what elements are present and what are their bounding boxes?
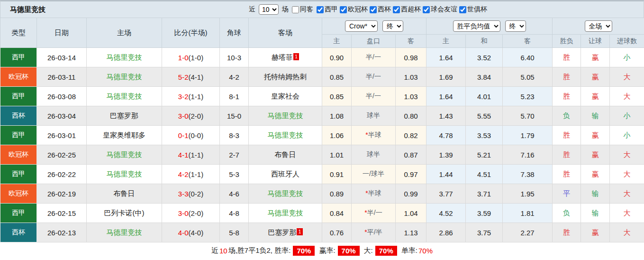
league-checkbox[interactable] bbox=[317, 6, 324, 13]
crow-handicap-cell: 球半 bbox=[352, 106, 396, 126]
result-outcome-cell: 胜 bbox=[553, 126, 581, 145]
fulltime-score: 0-1 bbox=[178, 131, 189, 139]
league-filter[interactable]: 西超杯 bbox=[393, 5, 421, 14]
score-cell: 4-1(1-1) bbox=[162, 145, 220, 165]
away-team-cell: 托特纳姆热刺 bbox=[249, 67, 322, 87]
league-filter[interactable]: 球会友谊 bbox=[423, 5, 457, 14]
avg-draw-odds-cell: 3.71 bbox=[466, 184, 503, 204]
away-team-cell: 马德里竞技 bbox=[249, 184, 322, 204]
col-away: 客场 bbox=[249, 18, 322, 48]
big-rate-badge: 70% bbox=[375, 246, 397, 256]
away-team-cell: 马德里竞技 bbox=[249, 126, 322, 145]
avg-draw-odds-cell: 3.53 bbox=[466, 126, 503, 145]
matches-label: 场 bbox=[282, 5, 289, 14]
league-checkbox[interactable] bbox=[370, 6, 377, 13]
header-group-row: 类型 日期 主场 比分(半场) 角球 客场 Crow* 终 bbox=[0, 18, 644, 35]
league-filter[interactable]: 西甲 bbox=[317, 5, 338, 14]
crow-handicap-cell: *半/一 bbox=[352, 204, 396, 223]
crow-home-odds-cell: 0.91 bbox=[322, 165, 352, 184]
corner-count-cell: 4-2 bbox=[220, 67, 249, 87]
avg-away-odds-cell: 5.23 bbox=[503, 87, 553, 106]
filter-bar: 近 10 场 同客 西甲欧冠杯西杯西超杯球会友谊世俱杯 bbox=[249, 4, 487, 15]
away-team-cell: 马德里竞技 bbox=[249, 204, 322, 223]
result-handicap-cell: 赢 bbox=[581, 87, 610, 106]
handicap-rate-label: 赢率: bbox=[319, 246, 335, 255]
home-team-cell: 巴列卡诺(中) bbox=[87, 204, 162, 223]
result-goals-cell: 大 bbox=[610, 87, 644, 106]
crow-home-odds-cell: 0.84 bbox=[322, 204, 352, 223]
home-team-cell: 马德里竞技 bbox=[87, 67, 162, 87]
home-team-cell: 马德里竞技 bbox=[87, 145, 162, 165]
league-checkbox[interactable] bbox=[393, 6, 400, 13]
corner-count-cell: 4-8 bbox=[220, 204, 249, 223]
league-type-cell: 西甲 bbox=[0, 87, 37, 106]
score-cell: 3-3(0-2) bbox=[162, 184, 220, 204]
league-checkbox[interactable] bbox=[423, 6, 430, 13]
avg-period-select[interactable]: 终 bbox=[505, 20, 526, 32]
handicap-star: * bbox=[364, 209, 367, 216]
league-type-cell: 欧冠杯 bbox=[0, 67, 37, 87]
fulltime-score: 4-1 bbox=[178, 151, 189, 159]
away-team-cell: 西班牙人 bbox=[249, 165, 322, 184]
result-scope-select[interactable]: 全场 bbox=[585, 20, 612, 32]
halftime-score: (0-0) bbox=[189, 131, 204, 139]
match-date-cell: 26-02-25 bbox=[37, 145, 87, 165]
same-venue-filter[interactable]: 同客 bbox=[292, 5, 313, 14]
league-filter-label: 欧冠杯 bbox=[348, 5, 368, 14]
match-date-cell: 26-03-08 bbox=[37, 87, 87, 106]
near-count: 10 bbox=[219, 247, 227, 255]
result-outcome-cell: 胜 bbox=[553, 223, 581, 242]
avg-home-odds-cell: 1.64 bbox=[426, 48, 466, 67]
crow-away-odds-cell: 0.99 bbox=[396, 184, 426, 204]
league-checkbox[interactable] bbox=[340, 6, 347, 13]
fulltime-score: 4-0 bbox=[178, 229, 189, 237]
halftime-score: (1-1) bbox=[189, 170, 204, 178]
same-venue-checkbox[interactable] bbox=[292, 6, 299, 13]
league-filter-group: 西甲欧冠杯西杯西超杯球会友谊世俱杯 bbox=[315, 5, 487, 14]
fulltime-score: 3-0 bbox=[178, 209, 189, 217]
recent-count-select[interactable]: 10 bbox=[259, 4, 279, 15]
col-score: 比分(半场) bbox=[162, 18, 220, 48]
avg-home-odds-cell: 3.77 bbox=[426, 184, 466, 204]
result-handicap-cell: 赢 bbox=[581, 223, 610, 242]
match-row: 欧冠杯26-02-19布鲁日3-3(0-2)4-6马德里竞技0.89*半球0.9… bbox=[0, 184, 644, 204]
avg-home-odds-cell: 1.64 bbox=[426, 87, 466, 106]
home-team-cell: 布鲁日 bbox=[87, 184, 162, 204]
avg-draw-odds-cell: 4.51 bbox=[466, 165, 503, 184]
result-goals-cell: 小 bbox=[610, 126, 644, 145]
avg-away-odds-cell: 5.05 bbox=[503, 67, 553, 87]
league-filter[interactable]: 西杯 bbox=[370, 5, 391, 14]
odds-company-select[interactable]: Crow* bbox=[345, 20, 378, 32]
score-cell: 0-1(0-0) bbox=[162, 126, 220, 145]
result-goals-cell: 大 bbox=[610, 223, 644, 242]
avg-odds-select[interactable]: 胜平负均值 bbox=[453, 20, 500, 32]
result-goals-cell: 小 bbox=[610, 106, 644, 126]
league-filter-label: 世俱杯 bbox=[467, 5, 487, 14]
league-filter[interactable]: 欧冠杯 bbox=[340, 5, 368, 14]
result-goals-cell: 大 bbox=[610, 67, 644, 87]
match-row: 西甲26-03-14马德里竞技1-0(1-0)10-3赫塔菲10.90半/一0.… bbox=[0, 48, 644, 67]
fulltime-score: 3-2 bbox=[178, 93, 189, 101]
league-checkbox[interactable] bbox=[459, 6, 466, 13]
halftime-score: (1-1) bbox=[189, 93, 204, 101]
home-team-cell: 巴塞罗那 bbox=[87, 106, 162, 126]
result-goals-cell: 大 bbox=[610, 165, 644, 184]
league-type-cell: 西杯 bbox=[0, 106, 37, 126]
crow-away-odds-cell: 0.80 bbox=[396, 106, 426, 126]
recent-label: 近 bbox=[249, 5, 255, 14]
halftime-score: (2-0) bbox=[189, 209, 204, 217]
topbar: 马德里竞技 近 10 场 同客 西甲欧冠杯西杯西超杯球会友谊世俱杯 bbox=[0, 0, 644, 18]
match-row: 西甲26-02-22马德里竞技4-2(1-1)5-3西班牙人0.91一/球半0.… bbox=[0, 165, 644, 184]
league-filter[interactable]: 世俱杯 bbox=[459, 5, 487, 14]
odds-period-select[interactable]: 终 bbox=[382, 20, 403, 32]
match-date-cell: 26-03-01 bbox=[37, 126, 87, 145]
crow-handicap-cell: 球半 bbox=[352, 145, 396, 165]
league-type-cell: 西甲 bbox=[0, 48, 37, 67]
result-handicap-cell: 输 bbox=[581, 204, 610, 223]
away-team-cell: 布鲁日 bbox=[249, 145, 322, 165]
crow-away-odds-cell: 1.03 bbox=[396, 87, 426, 106]
subcol-avg-draw: 和 bbox=[466, 35, 503, 48]
score-cell: 3-2(1-1) bbox=[162, 87, 220, 106]
avg-odds-group: 胜平负均值 终 bbox=[426, 18, 553, 35]
avg-away-odds-cell: 2.27 bbox=[503, 223, 553, 242]
